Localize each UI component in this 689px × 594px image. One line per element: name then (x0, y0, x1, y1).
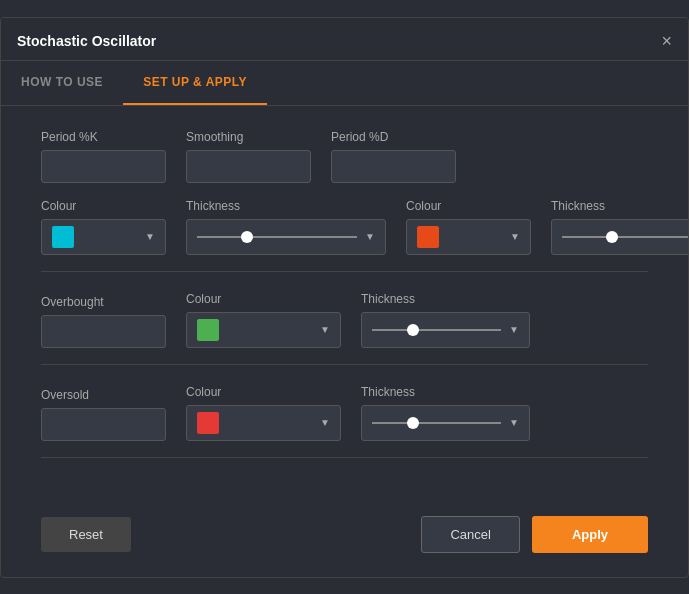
thickness-overbought-slider[interactable] (372, 329, 501, 331)
thickness-d-slider[interactable] (562, 236, 689, 238)
colour-d-swatch (417, 226, 439, 248)
thickness-oversold-label: Thickness (361, 385, 530, 399)
colour-k-swatch (52, 226, 74, 248)
colour-overbought-swatch (197, 319, 219, 341)
oversold-field: Oversold 20 (41, 388, 166, 441)
period-d-label: Period %D (331, 130, 456, 144)
thickness-overbought-slider-container[interactable]: ▼ (361, 312, 530, 348)
apply-button[interactable]: Apply (532, 516, 648, 553)
thickness-oversold-slider[interactable] (372, 422, 501, 424)
thickness-k-label: Thickness (186, 199, 386, 213)
colour-k-dropdown[interactable]: ▼ (41, 219, 166, 255)
divider-3 (41, 457, 648, 458)
thickness-oversold-slider-container[interactable]: ▼ (361, 405, 530, 441)
colour-oversold-arrow: ▼ (320, 417, 330, 428)
divider-1 (41, 271, 648, 272)
smoothing-field: Smoothing 3 (186, 130, 311, 183)
modal-title: Stochastic Oscillator (17, 33, 156, 49)
tab-how-to-use[interactable]: HOW TO USE (1, 61, 123, 105)
thickness-d-slider-container[interactable]: ▼ (551, 219, 689, 255)
divider-2 (41, 364, 648, 365)
thickness-k-field: Thickness ▼ (186, 199, 386, 255)
period-row: Period %K 13 Smoothing 3 Period %D 3 (41, 130, 648, 183)
colour-overbought-field: Colour ▼ (186, 292, 341, 348)
overbought-label: Overbought (41, 295, 166, 309)
tabs-container: HOW TO USE SET UP & APPLY (1, 61, 688, 106)
colour-k-field: Colour ▼ (41, 199, 166, 255)
thickness-overbought-label: Thickness (361, 292, 530, 306)
colour-overbought-arrow: ▼ (320, 324, 330, 335)
thickness-k-slider-container[interactable]: ▼ (186, 219, 386, 255)
tab-set-up-apply[interactable]: SET UP & APPLY (123, 61, 267, 105)
period-k-field: Period %K 13 (41, 130, 166, 183)
colour-oversold-field: Colour ▼ (186, 385, 341, 441)
colour-k-arrow: ▼ (145, 231, 155, 242)
smoothing-input[interactable]: 3 (186, 150, 311, 183)
overbought-field: Overbought 80 (41, 295, 166, 348)
footer-right-buttons: Cancel Apply (421, 516, 648, 553)
reset-button[interactable]: Reset (41, 517, 131, 552)
cancel-button[interactable]: Cancel (421, 516, 519, 553)
thickness-oversold-arrow: ▼ (509, 417, 519, 428)
thickness-d-label: Thickness (551, 199, 689, 213)
thickness-d-field: Thickness ▼ (551, 199, 689, 255)
thickness-k-slider[interactable] (197, 236, 357, 238)
colour-oversold-label: Colour (186, 385, 341, 399)
colour-overbought-label: Colour (186, 292, 341, 306)
overbought-row: Overbought 80 Colour ▼ Thickness ▼ (41, 292, 648, 348)
colour-d-label: Colour (406, 199, 531, 213)
oversold-row: Oversold 20 Colour ▼ Thickness ▼ (41, 385, 648, 441)
colour-d-arrow: ▼ (510, 231, 520, 242)
colour-k-label: Colour (41, 199, 166, 213)
title-bar: Stochastic Oscillator × (1, 18, 688, 61)
smoothing-label: Smoothing (186, 130, 311, 144)
thickness-overbought-field: Thickness ▼ (361, 292, 530, 348)
period-d-input[interactable]: 3 (331, 150, 456, 183)
colour-oversold-dropdown[interactable]: ▼ (186, 405, 341, 441)
period-d-field: Period %D 3 (331, 130, 456, 183)
colour-thickness-row: Colour ▼ Thickness ▼ Colour ▼ (41, 199, 648, 255)
thickness-oversold-field: Thickness ▼ (361, 385, 530, 441)
period-k-input[interactable]: 13 (41, 150, 166, 183)
oversold-label: Oversold (41, 388, 166, 402)
colour-overbought-dropdown[interactable]: ▼ (186, 312, 341, 348)
oversold-input[interactable]: 20 (41, 408, 166, 441)
colour-d-dropdown[interactable]: ▼ (406, 219, 531, 255)
overbought-input[interactable]: 80 (41, 315, 166, 348)
period-k-label: Period %K (41, 130, 166, 144)
colour-d-field: Colour ▼ (406, 199, 531, 255)
colour-oversold-swatch (197, 412, 219, 434)
footer: Reset Cancel Apply (1, 502, 688, 577)
thickness-overbought-arrow: ▼ (509, 324, 519, 335)
modal-container: Stochastic Oscillator × HOW TO USE SET U… (0, 17, 689, 578)
form-content: Period %K 13 Smoothing 3 Period %D 3 Col… (1, 106, 688, 502)
thickness-k-arrow: ▼ (365, 231, 375, 242)
close-button[interactable]: × (661, 32, 672, 50)
